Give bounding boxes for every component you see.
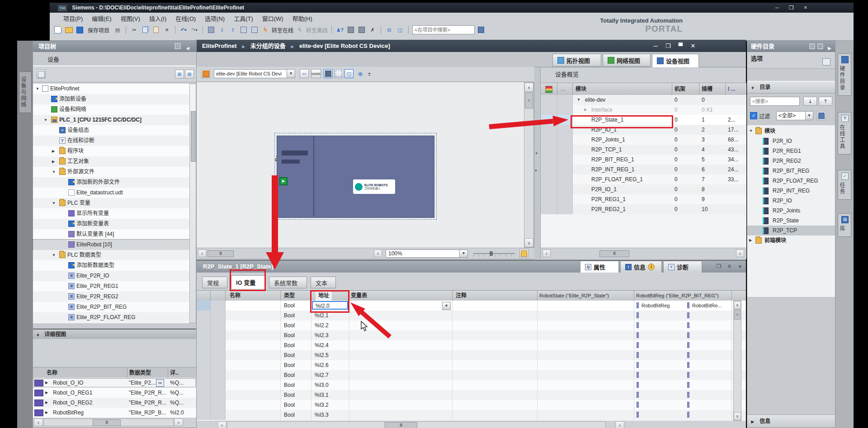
overview-row-r2p-tcp[interactable]: R2P_TCP_1 0 4 43... (541, 145, 746, 155)
io-row[interactable]: Bool %I3.2 (197, 400, 746, 410)
canvas-overview-splitter[interactable]: ◂ ▸ (534, 82, 540, 259)
cut-icon[interactable]: ✂ (130, 25, 139, 34)
menu-item-options[interactable]: 选项(N) (205, 14, 225, 24)
tree-item-elite-p2r-reg1[interactable]: ≣Elite_P2R_REG1 (33, 281, 189, 292)
inspector-float-icon[interactable]: ❒ (714, 263, 723, 269)
overview-row-r2p-int-reg[interactable]: R2P_INT_REG_1 0 6 24... (541, 165, 746, 174)
io-col-comment[interactable]: 注释 (456, 291, 467, 301)
menu-item-view[interactable]: 视图(V) (121, 14, 140, 24)
tab-online-tools[interactable]: Y 在线工具 (838, 112, 851, 155)
tree-item-elite-r2p-float-reg[interactable]: ≣Elite_R2P_FLOAT_REG (33, 312, 189, 323)
chevron-down-icon[interactable]: ▼ (805, 112, 813, 120)
delete-icon[interactable]: ✕ (162, 25, 171, 34)
expander-icon[interactable]: ▶ (52, 146, 57, 156)
scroll-right-icon[interactable]: › (374, 249, 382, 257)
tree-item-plc1[interactable]: ▼PLC_1 [CPU 1215FC DC/DC/DC] (33, 115, 189, 125)
profile-edit-icon[interactable] (817, 111, 826, 120)
inspector-collapse-icon[interactable]: ▼ (736, 264, 745, 269)
scroll-right-icon[interactable]: › (736, 249, 744, 257)
scroll-up-icon[interactable]: ∧ (524, 83, 533, 92)
go-offline-icon[interactable]: ϟ (295, 25, 304, 34)
tree-item-devices-networks[interactable]: 设备和网络 (33, 104, 189, 115)
device-module-graphic[interactable]: ▶ ELITE ROBOTS 艾利特机器人 (277, 136, 434, 218)
stop-cpu-icon[interactable] (250, 25, 259, 34)
tree-item-show-all-tags[interactable]: 显示所有变量 (33, 208, 189, 219)
tag-table-dropdown-icon[interactable]: ▼ (442, 302, 451, 310)
expand-tree-icon[interactable]: ⊞ (185, 70, 194, 79)
tab-devices[interactable]: 设备 (37, 54, 70, 66)
editor-maximize-icon[interactable]: ▀ (675, 40, 686, 52)
show-grid-icon[interactable] (334, 69, 343, 78)
save-project-label[interactable]: 保存项目 (88, 26, 109, 34)
scroll-right-icon[interactable]: › (174, 419, 183, 426)
overview-row-p2r-io[interactable]: P2R_IO_1 0 8 (541, 184, 746, 194)
editor-close-icon[interactable]: ✕ (688, 40, 698, 52)
detail-row[interactable]: ▶ RobotBitReg "Elite_R2P_B... %I2.0 (33, 408, 196, 418)
undo-icon[interactable]: ↶▾ (179, 25, 188, 34)
io-row[interactable]: Bool %I2.5 (197, 350, 746, 360)
io-row[interactable]: Bool %I3.3 (197, 410, 746, 421)
io-row[interactable]: Bool %I2.3 (197, 330, 746, 340)
tree-item-add-tag-table[interactable]: 添加新变量表 (33, 219, 189, 229)
go-online-label[interactable]: 转至在线 (272, 26, 293, 34)
go-online-icon[interactable]: ϟ (261, 25, 270, 34)
copy-icon[interactable] (141, 25, 150, 34)
dock-panel-icon[interactable]: ◫ (817, 43, 823, 49)
menu-item-project[interactable]: 项目(P) (63, 14, 83, 24)
detail-col-type[interactable]: 数据类型 (129, 367, 151, 378)
tab-device-view[interactable]: 设备视图 (652, 54, 699, 67)
detail-row[interactable]: ▶ Robot_O_REG1 "Elite_P2R_R... %Q... (33, 388, 196, 398)
highlight-io-icon[interactable] (324, 69, 333, 78)
detail-row[interactable]: ▶ Robot_O_REG2 "Elite_P2R_R... %Q... (33, 398, 196, 408)
tab-properties[interactable]: Q 属性 (580, 261, 619, 273)
float-panel-icon[interactable]: ▢ (809, 43, 815, 49)
tree-item-elite-p2r-reg2[interactable]: ≣Elite_P2R_REG2 (33, 292, 189, 302)
tree-item-project-root[interactable]: ▼EliteProfinet (33, 84, 189, 94)
overview-col-iaddr[interactable]: I ... (728, 83, 736, 95)
io-row[interactable]: Bool %I2.0 ▼ RobotBitReg RobotBitRe... (197, 301, 746, 310)
menu-item-edit[interactable]: 编辑(E) (92, 14, 111, 24)
overview-col-module[interactable]: 模块 (576, 83, 586, 95)
print-icon[interactable]: ▤ (113, 25, 122, 34)
splitter-right-icon[interactable]: ▸ (535, 168, 537, 172)
detail-col-name[interactable]: 名称 (47, 367, 57, 378)
zoom-level-dropdown[interactable]: 100% ▼ (386, 249, 468, 258)
device-canvas[interactable]: elite-dev ▶ ELITE ROBOTS 艾利特机器人 ∧ (197, 82, 534, 248)
catalog-item-r2p-tcp[interactable]: R2P_TCP (747, 226, 835, 235)
tree-item-technology-objects[interactable]: ▶工艺对象 (33, 156, 189, 167)
catalog-item-p2r-reg1[interactable]: P2R_REG1 (747, 146, 835, 156)
fit-view-icon[interactable] (519, 249, 528, 258)
menu-item-tools[interactable]: 工具(T) (234, 14, 253, 24)
overview-row-r2p-float-reg[interactable]: R2P_FLOAT_REG_1 0 7 33... (541, 174, 746, 184)
measure-width-icon[interactable]: ⇿ (300, 69, 309, 78)
catalog-item-r2p-float-reg[interactable]: R2P_FLOAT_REG (747, 176, 835, 186)
tree-item-program-blocks[interactable]: ▶程序块 (33, 146, 189, 156)
close-icon[interactable]: × (799, 3, 812, 13)
tag-editor-icon[interactable] (37, 70, 46, 79)
expander-icon[interactable]: ▼ (44, 115, 49, 125)
tree-item-elite-datastruct[interactable]: Elite_datastruct.udt (33, 188, 189, 198)
splitter-left-icon[interactable]: ◂ (535, 151, 537, 155)
expander-icon[interactable]: ▼ (36, 84, 41, 94)
scroll-left-icon[interactable]: ‹ (34, 419, 43, 426)
zoom-stepper-icon[interactable]: ± (365, 69, 374, 78)
tree-item-device-config[interactable]: ≡设备组态 (33, 125, 189, 136)
expander-icon[interactable]: ▶ (45, 378, 51, 388)
catalog-item-r2p-bit-reg[interactable]: R2P_BIT_REG (747, 166, 835, 176)
options-icon[interactable] (822, 58, 830, 66)
tab-tasks[interactable]: ✓ 任务 (838, 170, 851, 200)
chevron-down-icon[interactable]: ▼ (287, 70, 295, 78)
detail-view-hscrollbar[interactable]: ‹ Ⅲ › (34, 419, 183, 427)
overview-row-r2p-bit-reg[interactable]: R2P_BIT_REG_1 0 5 34... (541, 155, 746, 165)
catalog-item-p2r-io[interactable]: P2R_IO (747, 136, 835, 146)
scroll-down-icon[interactable]: ∨ (524, 238, 533, 247)
tree-item-default-tag-table[interactable]: 默认变量表 [44] (33, 229, 189, 240)
tree-item-elite-r2p-bit-reg[interactable]: ≣Elite_R2P_BIT_REG (33, 302, 189, 312)
overview-row-interface[interactable]: ▶ Interface 0 0 X1 (541, 105, 746, 115)
catalog-item-r2p-int-reg[interactable]: R2P_INT_REG (747, 186, 835, 196)
tree-item-eliterobot-table[interactable]: EliteRobot [10] (33, 240, 189, 250)
expander-icon[interactable]: ▼ (52, 250, 57, 260)
tab-libraries[interactable]: ▤ 库 (838, 213, 851, 237)
tree-item-external-sources[interactable]: ▼外部源文件 (33, 167, 189, 177)
detail-row[interactable]: ▶ Robot_O_IO "Elite_P2... ≔ %Q... (33, 378, 196, 388)
